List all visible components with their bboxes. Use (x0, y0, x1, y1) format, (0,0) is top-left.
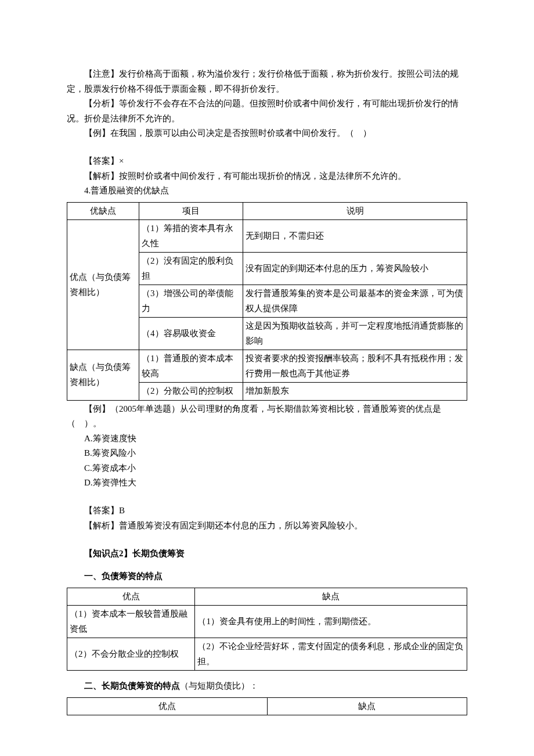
table-row: 优点（与负债筹资相比） （1）筹措的资本具有永久性 无到期日，不需归还 (67, 220, 467, 253)
cell-adv-label: 优点（与负债筹资相比） (67, 220, 139, 350)
option-c: C.筹资成本小 (67, 461, 467, 476)
cell: （2）没有固定的股利负担 (139, 253, 243, 285)
cell: （1）资本成本一般较普通股融资低 (67, 606, 195, 638)
th-item: 项目 (139, 202, 243, 220)
knowledge-point-2: 【知识点2】长期负债筹资 (67, 546, 467, 561)
table-row: （2）不会分散企业的控制权 （2）不论企业经营好坏，需支付固定的债务利息，形成企… (67, 638, 467, 671)
table-row: 缺点（与负债筹资相比） （1）普通股的资本成本较高 投资者要求的投资报酬率较高；… (67, 350, 467, 383)
cell: （4）容易吸收资金 (139, 318, 243, 350)
section-1-title: 一、负债筹资的特点 (67, 569, 467, 584)
explanation-2: 【解析】普通股筹资没有固定到期还本付息的压力，所以筹资风险较小。 (67, 519, 467, 534)
note-paragraph: 【注意】发行价格高于面额，称为溢价发行；发行价格低于面额，称为折价发行。按照公司… (67, 67, 467, 96)
explanation-1: 【解析】按照时价或者中间价发行，有可能出现折价的情况，这是法律所不允许的。 (67, 169, 467, 184)
section-2-title-bold: 二、长期负债筹资的特点 (84, 681, 180, 690)
cell: （2）分散公司的控制权 (139, 383, 243, 401)
example-q2-stem: 【例】（2005年单选题）从公司理财的角度看，与长期借款筹资相比较，普通股筹资的… (67, 402, 467, 431)
cell: （1）筹措的资本具有永久性 (139, 220, 243, 253)
cell: （2）不会分散企业的控制权 (67, 638, 195, 671)
table-row: （1）资本成本一般较普通股融资低 （1）资金具有使用上的时间性，需到期偿还。 (67, 606, 467, 638)
answer-1: 【答案】× (67, 154, 467, 169)
cell: （1）普通股的资本成本较高 (139, 350, 243, 383)
cell: （2）不论企业经营好坏，需支付固定的债务利息，形成企业的固定负担。 (195, 638, 467, 671)
spacer (67, 141, 467, 154)
th-dis: 缺点 (195, 588, 467, 606)
cell: 没有固定的到期还本付息的压力，筹资风险较小 (243, 253, 467, 285)
spacer (67, 533, 467, 546)
th-desc: 说明 (243, 202, 467, 220)
option-d: D.筹资弹性大 (67, 476, 467, 491)
cell: （3）增强公司的举债能力 (139, 285, 243, 318)
cell: 这是因为预期收益较高，并可一定程度地抵消通货膨胀的影响 (243, 318, 467, 350)
table-row: 优点 缺点 (67, 697, 467, 715)
table-row: 优点 缺点 (67, 588, 467, 606)
answer-2: 【答案】B (67, 503, 467, 519)
th-dis: 缺点 (267, 697, 467, 715)
cell: 发行普通股筹集的资本是公司最基本的资金来源，可为债权人提供保障 (243, 285, 467, 318)
subhead-4: 4.普通股融资的优缺点 (67, 183, 467, 199)
option-b: B.筹资风险小 (67, 446, 467, 461)
table-row: 优缺点 项目 说明 (67, 202, 467, 220)
th-category: 优缺点 (67, 202, 139, 220)
section-2-title-rest: （与短期负债比）： (180, 681, 258, 690)
cell: 无到期日，不需归还 (243, 220, 467, 253)
spacer (67, 491, 467, 504)
advantages-table: 优缺点 项目 说明 优点（与负债筹资相比） （1）筹措的资本具有永久性 无到期日… (67, 202, 467, 401)
cell-dis-label: 缺点（与负债筹资相比） (67, 350, 139, 401)
example-q1: 【例】在我国，股票可以由公司决定是否按照时价或者中间价发行。（ ） (67, 126, 467, 141)
analysis-paragraph: 【分析】等价发行不会存在不合法的问题。但按照时价或者中间价发行，有可能出现折价发… (67, 96, 467, 126)
option-a: A.筹资速度快 (67, 431, 467, 447)
section-2-title: 二、长期负债筹资的特点（与短期负债比）： (67, 679, 467, 694)
th-adv: 优点 (67, 588, 195, 606)
th-adv: 优点 (67, 697, 268, 715)
longterm-debt-table: 优点 缺点 (67, 697, 467, 716)
cell: 增加新股东 (243, 383, 467, 401)
cell: 投资者要求的投资报酬率较高；股利不具有抵税作用；发行费用一般也高于其他证券 (243, 350, 467, 383)
cell: （1）资金具有使用上的时间性，需到期偿还。 (195, 606, 467, 638)
page-root: 【注意】发行价格高于面额，称为溢价发行；发行价格低于面额，称为折价发行。按照公司… (0, 0, 534, 751)
debt-features-table: 优点 缺点 （1）资本成本一般较普通股融资低 （1）资金具有使用上的时间性，需到… (67, 588, 467, 671)
